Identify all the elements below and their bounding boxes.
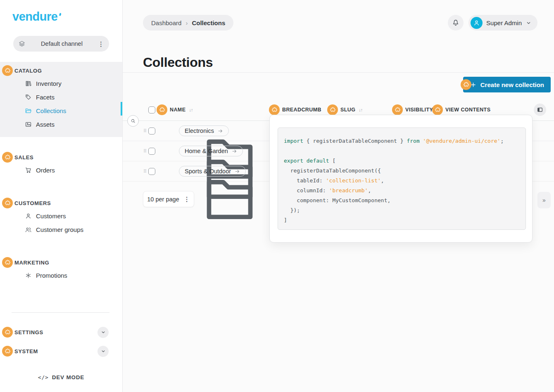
code-line: component: MyCustomComponent, <box>284 196 525 205</box>
avatar <box>471 17 483 29</box>
puzzle-icon <box>5 260 11 266</box>
drag-handle-icon[interactable]: ⠿ <box>143 169 148 174</box>
dev-mode-label: DEV MODE <box>52 374 84 380</box>
expand-section-button[interactable] <box>97 346 109 357</box>
vendure-logo: vendure <box>12 10 59 24</box>
sidebar-item-promotions[interactable]: Promotions <box>0 269 122 282</box>
channel-label: Default channel <box>26 40 98 47</box>
sidebar-item-collections[interactable]: Collections <box>0 104 122 118</box>
extension-badge[interactable] <box>327 104 338 115</box>
puzzle-icon <box>395 107 401 113</box>
channel-menu-icon[interactable]: ⋮ <box>98 41 104 47</box>
sort-icon[interactable]: ↓↑ <box>189 107 193 112</box>
drag-handle-icon[interactable]: ⠿ <box>143 149 148 153</box>
sort-icon[interactable]: ↓↑ <box>359 107 362 112</box>
section-label: SYSTEM <box>14 348 38 354</box>
row-checkbox[interactable] <box>148 148 155 155</box>
sidebar-item-customers[interactable]: Customers <box>0 209 122 223</box>
sidebar-item-customer-groups[interactable]: Customer groups <box>0 223 122 236</box>
code-line: columnId: 'breadcrumb', <box>284 186 525 196</box>
puzzle-icon <box>5 329 11 335</box>
sidebar-item-inventory[interactable]: Inventory <box>0 77 122 90</box>
extension-badge[interactable] <box>2 257 13 268</box>
bell-icon <box>452 19 460 27</box>
channel-switcher[interactable]: Default channel ⋮ <box>13 36 109 52</box>
image-icon <box>25 121 32 128</box>
select-all-checkbox[interactable] <box>148 106 155 113</box>
column-header-visibility: VISIBILITY <box>392 104 433 116</box>
puzzle-icon <box>5 154 11 161</box>
code-icon: </> <box>38 374 49 380</box>
code-snippet: import { registerDataTableComponent } fr… <box>278 128 526 230</box>
puzzle-icon <box>435 107 441 113</box>
breadcrumb: Dashboard › Collections <box>143 15 233 31</box>
puzzle-icon <box>330 107 336 113</box>
chevron-down-icon <box>525 20 532 26</box>
breadcrumb-dashboard[interactable]: Dashboard <box>151 19 181 26</box>
dev-mode-code-popover: import { registerDataTableComponent } fr… <box>269 115 533 243</box>
extension-badge[interactable] <box>2 198 13 208</box>
drag-handle-icon[interactable]: ⠿ <box>143 129 148 133</box>
extension-badge[interactable] <box>269 104 280 115</box>
search-toggle[interactable] <box>127 115 139 127</box>
header-divider <box>123 72 554 73</box>
notifications-button[interactable] <box>448 15 464 31</box>
book-icon <box>25 80 32 87</box>
create-new-collection-button[interactable]: Create new collection <box>463 77 551 92</box>
section-label: SALES <box>14 154 33 161</box>
extension-badge[interactable] <box>432 104 443 115</box>
active-item-indicator <box>121 102 122 116</box>
users-icon <box>25 226 32 233</box>
sidebar: vendure Default channel ⋮ CATALOGInvento… <box>0 0 123 392</box>
sidebar-item-assets[interactable]: Assets <box>0 118 122 131</box>
collection-name-link[interactable]: Sports & Outdoor <box>179 166 246 177</box>
user-icon <box>25 213 32 220</box>
puzzle-icon <box>5 348 11 354</box>
sidebar-item-facets[interactable]: Facets <box>0 90 122 104</box>
section-header: CATALOG <box>0 64 122 77</box>
arrow-right-icon <box>217 128 224 134</box>
chevron-down-icon <box>100 329 106 335</box>
column-header-name[interactable]: NAME↓↑ <box>157 104 193 116</box>
puzzle-icon <box>463 82 469 88</box>
dev-mode-toggle[interactable]: </> DEV MODE <box>0 374 122 380</box>
expand-section-button[interactable] <box>97 327 109 338</box>
breadcrumb-collections[interactable]: Collections <box>192 19 225 26</box>
puzzle-icon <box>5 68 11 74</box>
columns-icon <box>537 106 543 113</box>
cart-icon <box>25 167 32 174</box>
section-header: SALES <box>0 151 122 163</box>
row-checkbox[interactable] <box>148 168 155 175</box>
collection-name-link[interactable]: Home & Garden <box>179 146 243 156</box>
row-checkbox[interactable] <box>148 128 155 135</box>
nav-section-customers: CUSTOMERSCustomersCustomer groups <box>0 194 122 242</box>
tag-icon <box>25 94 32 101</box>
user-menu-label: Super Admin <box>486 19 522 26</box>
collection-name-link[interactable]: Electronics <box>179 125 229 136</box>
arrow-right-icon <box>231 148 238 154</box>
sidebar-item-orders[interactable]: Orders <box>0 163 122 177</box>
extension-badge[interactable] <box>392 104 403 115</box>
extension-badge[interactable] <box>2 152 13 163</box>
column-settings-button[interactable] <box>534 104 546 116</box>
snow-icon <box>25 272 32 279</box>
search-icon <box>130 118 136 124</box>
extension-badge[interactable] <box>2 327 13 338</box>
folder-icon <box>168 168 175 175</box>
folder-icon <box>25 107 32 114</box>
puzzle-icon <box>159 107 165 113</box>
column-header-slug[interactable]: SLUG↓↑ <box>327 104 362 116</box>
extension-badge[interactable] <box>2 346 13 357</box>
logo-trademark-mark <box>59 13 62 16</box>
section-label: MARKETING <box>14 260 49 266</box>
extension-badge[interactable] <box>461 79 471 90</box>
top-right-actions: Super Admin <box>448 15 537 31</box>
arrow-right-icon <box>234 168 240 175</box>
user-menu[interactable]: Super Admin <box>468 15 537 31</box>
items-per-page-select[interactable]: 10 per page ⋮ <box>143 191 194 207</box>
section-header: MARKETING <box>0 256 122 269</box>
extension-badge[interactable] <box>2 65 13 76</box>
folder-icon <box>168 148 175 155</box>
extension-badge[interactable] <box>157 104 167 115</box>
next-page-button[interactable]: » <box>537 192 551 208</box>
